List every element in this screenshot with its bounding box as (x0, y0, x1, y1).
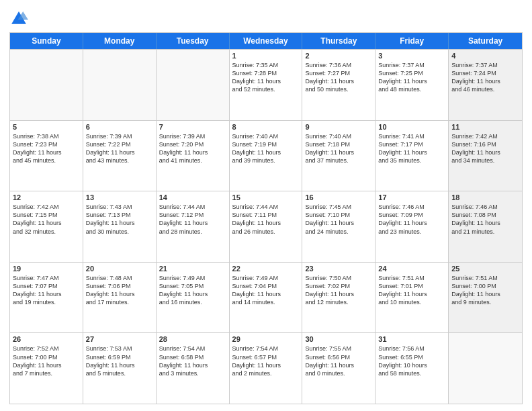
day-info: Sunrise: 7:44 AMSunset: 7:12 PMDaylight:… (159, 203, 226, 236)
day-number: 22 (232, 265, 300, 273)
calendar-cell-18: 18Sunrise: 7:46 AMSunset: 7:08 PMDayligh… (449, 191, 522, 262)
calendar-cell-5: 5Sunrise: 7:38 AMSunset: 7:23 PMDaylight… (10, 121, 83, 191)
calendar-cell-25: 25Sunrise: 7:51 AMSunset: 7:00 PMDayligh… (449, 263, 522, 333)
day-number: 3 (378, 52, 445, 60)
day-number: 2 (305, 52, 372, 60)
calendar-cell-15: 15Sunrise: 7:44 AMSunset: 7:11 PMDayligh… (230, 191, 303, 262)
header (9, 7, 523, 28)
day-info: Sunrise: 7:51 AMSunset: 7:01 PMDaylight:… (378, 274, 445, 307)
calendar-cell-22: 22Sunrise: 7:49 AMSunset: 7:04 PMDayligh… (230, 263, 303, 333)
day-number: 18 (451, 193, 519, 201)
header-day-thursday: Thursday (302, 33, 375, 49)
calendar-row-2: 12Sunrise: 7:42 AMSunset: 7:15 PMDayligh… (10, 191, 522, 262)
day-number: 7 (159, 123, 226, 131)
day-info: Sunrise: 7:53 AMSunset: 6:59 PMDaylight:… (86, 345, 153, 377)
calendar-cell-empty (157, 50, 230, 120)
day-info: Sunrise: 7:46 AMSunset: 7:08 PMDaylight:… (451, 203, 519, 236)
calendar-cell-10: 10Sunrise: 7:41 AMSunset: 7:17 PMDayligh… (375, 121, 449, 191)
calendar-cell-23: 23Sunrise: 7:50 AMSunset: 7:02 PMDayligh… (302, 263, 375, 333)
day-info: Sunrise: 7:39 AMSunset: 7:22 PMDaylight:… (86, 132, 153, 165)
calendar-cell-8: 8Sunrise: 7:40 AMSunset: 7:19 PMDaylight… (230, 121, 303, 191)
calendar-cell-empty (83, 50, 157, 120)
day-info: Sunrise: 7:45 AMSunset: 7:10 PMDaylight:… (305, 203, 372, 236)
calendar-cell-26: 26Sunrise: 7:52 AMSunset: 7:00 PMDayligh… (10, 333, 83, 404)
day-info: Sunrise: 7:49 AMSunset: 7:04 PMDaylight:… (232, 274, 300, 307)
calendar-cell-29: 29Sunrise: 7:54 AMSunset: 6:57 PMDayligh… (230, 333, 303, 404)
calendar-cell-17: 17Sunrise: 7:46 AMSunset: 7:09 PMDayligh… (375, 191, 449, 262)
calendar-cell-27: 27Sunrise: 7:53 AMSunset: 6:59 PMDayligh… (83, 333, 157, 404)
day-info: Sunrise: 7:39 AMSunset: 7:20 PMDaylight:… (159, 132, 226, 165)
day-number: 15 (232, 193, 300, 201)
calendar: SundayMondayTuesdayWednesdayThursdayFrid… (9, 32, 523, 404)
day-number: 28 (159, 335, 226, 343)
logo (9, 9, 31, 28)
day-number: 8 (232, 123, 300, 131)
day-info: Sunrise: 7:37 AMSunset: 7:24 PMDaylight:… (451, 61, 519, 94)
calendar-cell-20: 20Sunrise: 7:48 AMSunset: 7:06 PMDayligh… (83, 263, 157, 333)
header-day-wednesday: Wednesday (230, 33, 303, 49)
day-info: Sunrise: 7:40 AMSunset: 7:18 PMDaylight:… (305, 132, 372, 165)
day-number: 20 (86, 265, 153, 273)
day-number: 5 (13, 123, 80, 131)
calendar-cell-empty (449, 333, 522, 404)
day-number: 14 (159, 193, 226, 201)
calendar-cell-12: 12Sunrise: 7:42 AMSunset: 7:15 PMDayligh… (10, 191, 83, 262)
calendar-cell-11: 11Sunrise: 7:42 AMSunset: 7:16 PMDayligh… (449, 121, 522, 191)
calendar-cell-9: 9Sunrise: 7:40 AMSunset: 7:18 PMDaylight… (302, 121, 375, 191)
day-info: Sunrise: 7:54 AMSunset: 6:58 PMDaylight:… (159, 345, 226, 377)
day-number: 26 (13, 335, 80, 343)
header-day-friday: Friday (375, 33, 449, 49)
day-info: Sunrise: 7:38 AMSunset: 7:23 PMDaylight:… (13, 132, 80, 165)
day-info: Sunrise: 7:47 AMSunset: 7:07 PMDaylight:… (13, 274, 80, 307)
logo-icon (9, 9, 28, 28)
calendar-cell-21: 21Sunrise: 7:49 AMSunset: 7:05 PMDayligh… (157, 263, 230, 333)
day-number: 13 (86, 193, 153, 201)
calendar-cell-13: 13Sunrise: 7:43 AMSunset: 7:13 PMDayligh… (83, 191, 157, 262)
day-number: 4 (451, 52, 519, 60)
day-number: 6 (86, 123, 153, 131)
page-container: SundayMondayTuesdayWednesdayThursdayFrid… (0, 0, 532, 411)
day-info: Sunrise: 7:40 AMSunset: 7:19 PMDaylight:… (232, 132, 300, 165)
calendar-cell-16: 16Sunrise: 7:45 AMSunset: 7:10 PMDayligh… (302, 191, 375, 262)
calendar-cell-24: 24Sunrise: 7:51 AMSunset: 7:01 PMDayligh… (375, 263, 449, 333)
calendar-cell-3: 3Sunrise: 7:37 AMSunset: 7:25 PMDaylight… (375, 50, 449, 120)
day-info: Sunrise: 7:56 AMSunset: 6:55 PMDaylight:… (378, 345, 445, 377)
day-info: Sunrise: 7:37 AMSunset: 7:25 PMDaylight:… (378, 61, 445, 94)
calendar-cell-14: 14Sunrise: 7:44 AMSunset: 7:12 PMDayligh… (157, 191, 230, 262)
calendar-cell-2: 2Sunrise: 7:36 AMSunset: 7:27 PMDaylight… (302, 50, 375, 120)
calendar-cell-1: 1Sunrise: 7:35 AMSunset: 7:28 PMDaylight… (230, 50, 303, 120)
day-info: Sunrise: 7:55 AMSunset: 6:56 PMDaylight:… (305, 345, 372, 377)
calendar-header: SundayMondayTuesdayWednesdayThursdayFrid… (10, 33, 522, 49)
header-day-saturday: Saturday (449, 33, 522, 49)
day-info: Sunrise: 7:48 AMSunset: 7:06 PMDaylight:… (86, 274, 153, 307)
day-number: 11 (451, 123, 519, 131)
day-info: Sunrise: 7:46 AMSunset: 7:09 PMDaylight:… (378, 203, 445, 236)
calendar-cell-28: 28Sunrise: 7:54 AMSunset: 6:58 PMDayligh… (157, 333, 230, 404)
day-number: 12 (13, 193, 80, 201)
day-number: 24 (378, 265, 445, 273)
calendar-cell-30: 30Sunrise: 7:55 AMSunset: 6:56 PMDayligh… (302, 333, 375, 404)
day-number: 27 (86, 335, 153, 343)
calendar-row-4: 26Sunrise: 7:52 AMSunset: 7:00 PMDayligh… (10, 332, 522, 404)
calendar-cell-7: 7Sunrise: 7:39 AMSunset: 7:20 PMDaylight… (157, 121, 230, 191)
day-number: 23 (305, 265, 372, 273)
day-number: 9 (305, 123, 372, 131)
calendar-cell-empty (10, 50, 83, 120)
calendar-body: 1Sunrise: 7:35 AMSunset: 7:28 PMDaylight… (10, 49, 522, 404)
day-info: Sunrise: 7:44 AMSunset: 7:11 PMDaylight:… (232, 203, 300, 236)
day-info: Sunrise: 7:42 AMSunset: 7:15 PMDaylight:… (13, 203, 80, 236)
day-info: Sunrise: 7:54 AMSunset: 6:57 PMDaylight:… (232, 345, 300, 377)
day-info: Sunrise: 7:50 AMSunset: 7:02 PMDaylight:… (305, 274, 372, 307)
day-info: Sunrise: 7:52 AMSunset: 7:00 PMDaylight:… (13, 345, 80, 377)
calendar-row-0: 1Sunrise: 7:35 AMSunset: 7:28 PMDaylight… (10, 49, 522, 120)
day-number: 31 (378, 335, 445, 343)
calendar-row-1: 5Sunrise: 7:38 AMSunset: 7:23 PMDaylight… (10, 120, 522, 191)
day-info: Sunrise: 7:41 AMSunset: 7:17 PMDaylight:… (378, 132, 445, 165)
header-day-tuesday: Tuesday (157, 33, 230, 49)
calendar-cell-31: 31Sunrise: 7:56 AMSunset: 6:55 PMDayligh… (375, 333, 449, 404)
day-info: Sunrise: 7:51 AMSunset: 7:00 PMDaylight:… (451, 274, 519, 307)
day-number: 29 (232, 335, 300, 343)
day-info: Sunrise: 7:43 AMSunset: 7:13 PMDaylight:… (86, 203, 153, 236)
day-info: Sunrise: 7:35 AMSunset: 7:28 PMDaylight:… (232, 61, 300, 94)
day-info: Sunrise: 7:42 AMSunset: 7:16 PMDaylight:… (451, 132, 519, 165)
